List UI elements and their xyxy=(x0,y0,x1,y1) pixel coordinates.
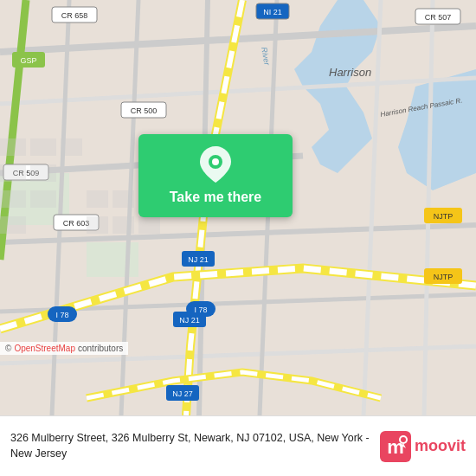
svg-text:NJTP: NJTP xyxy=(434,273,453,281)
bottom-bar: 326 Mulberry Street, 326 Mulberry St, Ne… xyxy=(0,415,476,476)
svg-rect-59 xyxy=(113,216,134,234)
copyright-symbol: © xyxy=(5,344,11,353)
svg-rect-50 xyxy=(61,138,82,156)
svg-text:CR 658: CR 658 xyxy=(61,11,88,20)
svg-point-62 xyxy=(212,158,219,165)
osm-link[interactable]: OpenStreetMap xyxy=(14,344,75,353)
svg-text:CR 500: CR 500 xyxy=(131,106,158,115)
svg-text:I 78: I 78 xyxy=(55,311,68,319)
take-me-there-button[interactable]: Take me there xyxy=(138,134,293,217)
svg-rect-53 xyxy=(87,190,108,208)
svg-rect-57 xyxy=(0,216,26,234)
address-text: 326 Mulberry Street, 326 Mulberry St, Ne… xyxy=(10,431,371,461)
svg-rect-55 xyxy=(0,190,26,208)
svg-rect-4 xyxy=(87,242,138,277)
moovit-logo-icon: m xyxy=(380,431,411,462)
svg-rect-48 xyxy=(0,138,26,156)
svg-rect-58 xyxy=(87,216,108,234)
svg-point-66 xyxy=(401,437,406,442)
svg-text:GSP: GSP xyxy=(20,56,36,65)
moovit-logo-text: moovit xyxy=(415,437,466,455)
svg-text:NJTP: NJTP xyxy=(434,212,453,221)
svg-text:CR 507: CR 507 xyxy=(425,13,452,22)
svg-rect-60 xyxy=(138,216,160,234)
copyright-suffix: contributors xyxy=(78,344,123,353)
copyright-bar: © OpenStreetMap contributors xyxy=(0,342,128,355)
take-me-there-label: Take me there xyxy=(170,190,261,205)
location-pin-icon xyxy=(200,146,231,183)
svg-rect-49 xyxy=(30,138,56,156)
svg-rect-52 xyxy=(30,164,56,182)
svg-text:NJ 27: NJ 27 xyxy=(172,389,193,398)
svg-text:NJ 21: NJ 21 xyxy=(188,255,209,264)
svg-text:NJ 21: NJ 21 xyxy=(179,316,200,325)
svg-text:NI 21: NI 21 xyxy=(263,8,282,16)
svg-rect-56 xyxy=(30,190,56,208)
svg-text:Harrison: Harrison xyxy=(329,66,371,79)
svg-rect-51 xyxy=(0,164,26,182)
svg-text:I 78: I 78 xyxy=(194,306,207,314)
svg-rect-54 xyxy=(113,190,134,208)
moovit-logo: m moovit xyxy=(380,431,466,462)
map-view: CR 658 NI 21 CR 507 CR 500 CR 509 CR 603… xyxy=(0,0,476,415)
svg-text:CR 603: CR 603 xyxy=(63,219,90,228)
